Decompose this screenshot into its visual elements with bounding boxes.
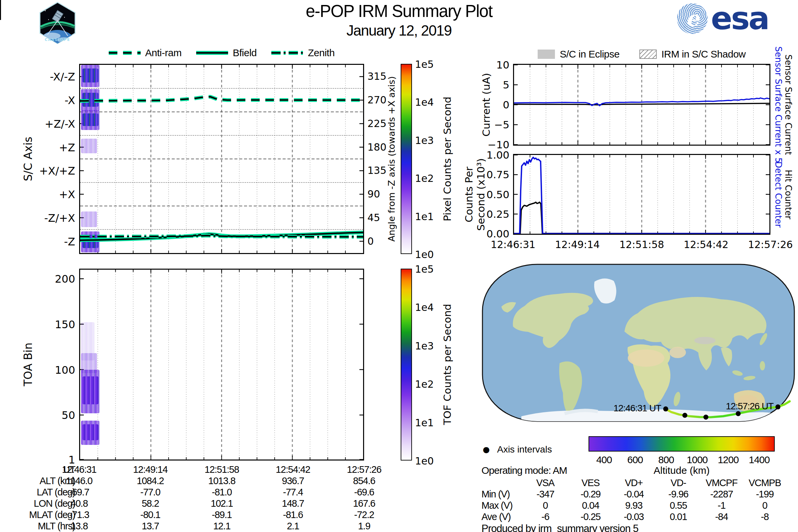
spectrogram-blob <box>81 322 94 360</box>
altitude-colorbar-label: Altitude (km) <box>589 465 775 476</box>
tof-colorbar-tick: 1e2 <box>415 378 434 390</box>
toa-spectrogram <box>80 270 363 459</box>
pixel-colorbar-tick: 1e3 <box>415 135 434 146</box>
ephemeris-value: -81.6 <box>265 509 321 520</box>
ephemeris-value: -80.1 <box>122 509 178 520</box>
voltage-col-header: VD+ <box>612 477 656 489</box>
axis-intervals-legend: ● Axis intervals <box>483 444 552 455</box>
voltage-value: -199 <box>743 489 786 500</box>
altitude-tick-label: 1000 <box>681 454 714 466</box>
esa-globe-icon: e <box>677 3 707 34</box>
legend-item-eclipse: S/C in Eclipse <box>538 49 620 60</box>
ephemeris-value: 1013.8 <box>193 475 250 487</box>
counts-plot <box>513 154 771 235</box>
irm-summary-page: CASSIOPE e-POP IRM Summary Plot January … <box>0 0 798 532</box>
sc-axis-category-label: -Z/+X <box>7 212 75 225</box>
voltage-value: -84 <box>700 511 743 522</box>
track-start-time-label: 12:46:31 UT <box>561 403 661 414</box>
pixel-colorbar-tick: 1e4 <box>415 96 434 108</box>
sc-axis-lines <box>80 65 363 253</box>
pixel-colorbar-tick: 1e5 <box>415 58 434 70</box>
shadow-hatch-swatch-icon <box>640 50 657 59</box>
voltage-col-header: VES <box>569 477 612 489</box>
bfield-line-icon <box>196 50 228 56</box>
altitude-tick-mark <box>0 7 1 10</box>
pixel-colorbar-tick: 1e1 <box>415 211 434 223</box>
ephemeris-value: 58.2 <box>122 498 178 509</box>
voltage-value: -0.03 <box>612 511 656 522</box>
sc-axis-category-label: -Z <box>7 235 75 248</box>
angle-tick-label: 0 <box>367 235 374 247</box>
ephemeris-value: 854.6 <box>336 475 392 487</box>
operating-mode: Operating mode: AM <box>481 465 567 476</box>
esa-wordmark: esa <box>711 3 768 34</box>
ephemeris-value: 1084.2 <box>122 475 178 487</box>
counts-right-label-blue: Detect Counter <box>773 162 783 228</box>
current-ytick-label: 10 <box>472 59 509 71</box>
altitude-tick-mark <box>0 10 1 13</box>
time-axis-label: 12:54:42 <box>674 239 738 250</box>
angle-tick-label: 135 <box>367 165 386 176</box>
ephemeris-value: -71.3 <box>51 509 108 520</box>
altitude-tick-mark <box>0 3 1 7</box>
spectrogram-blob <box>81 421 99 445</box>
voltage-col-header: VD- <box>657 477 700 489</box>
sc-axis-category-label: +Z/-X <box>7 118 75 130</box>
voltage-value: -0.29 <box>569 489 612 500</box>
voltage-value: 0.01 <box>657 511 700 522</box>
ephemeris-value: 12:49:14 <box>122 464 178 475</box>
toa-ytick-label: 50 <box>33 409 75 422</box>
ephemeris-value: 936.7 <box>265 475 321 487</box>
time-axis-label: 12:51:58 <box>610 239 673 250</box>
voltage-col-header: VMCPF <box>700 477 743 489</box>
ephemeris-value: 167.6 <box>336 498 392 509</box>
page-title: e-POP IRM Summary Plot <box>233 1 565 21</box>
ephemeris-value: -89.1 <box>193 509 250 520</box>
ephemeris-value: 12.1 <box>193 521 250 532</box>
pixel-colorbar <box>401 64 412 254</box>
counts-lines <box>514 155 770 234</box>
voltage-value: -0.25 <box>569 511 612 522</box>
ephemeris-value: 12:46:31 <box>51 464 108 475</box>
angle-axis-label: Angle from -Z axis (towards +X axis) <box>386 76 397 241</box>
altitude-tick-label: 1400 <box>742 454 776 466</box>
header: e-POP IRM Summary Plot January 12, 2019 <box>233 1 565 39</box>
tof-colorbar-tick: 1e0 <box>415 455 434 467</box>
ephemeris-value: -77.4 <box>265 487 321 498</box>
ephemeris-value: 1146.0 <box>51 475 108 487</box>
current-ytick-label: 5 <box>472 79 509 91</box>
ephemeris-value: 40.8 <box>51 498 108 509</box>
voltage-value: -8 <box>743 511 786 522</box>
angle-tick-label: 270 <box>367 94 386 106</box>
time-axis-label: 12:46:31 <box>481 239 545 250</box>
angle-tick-label: 45 <box>367 212 380 224</box>
toa-ytick-label: 150 <box>33 318 75 331</box>
page-date: January 12, 2019 <box>233 22 565 39</box>
ephemeris-value: -81.0 <box>193 487 250 498</box>
cassiope-mission-patch-icon: CASSIOPE <box>39 1 76 44</box>
voltage-col-header: VCMPB <box>743 477 786 489</box>
sc-axis-category-label: +Z <box>7 141 75 154</box>
ephemeris-value: 12:51:58 <box>193 464 250 475</box>
sc-axis-category-label: +X/+Z <box>7 165 75 177</box>
sc-axis-category-label: -X/-Z <box>7 71 75 83</box>
sc-axis-category-label: -X <box>7 94 75 107</box>
legend-item-irm-shadow: IRM in S/C Shadow <box>640 49 745 60</box>
time-axis-label: 12:57:26 <box>739 239 798 250</box>
toa-ytick-label: 100 <box>33 364 75 376</box>
voltage-value: 0 <box>743 500 786 511</box>
altitude-tick-label: 800 <box>649 454 683 466</box>
angle-tick-label: 225 <box>367 118 386 129</box>
altitude-tick-label: 1200 <box>711 454 745 466</box>
esa-logo: e esa <box>677 3 768 34</box>
counts-ytick-label: 0.50 <box>472 189 509 201</box>
current-plot <box>513 64 771 146</box>
ephemeris-value: 13.7 <box>122 521 178 532</box>
ephemeris-value: 1.9 <box>336 521 392 532</box>
altitude-colorbar <box>589 436 775 452</box>
world-map <box>481 263 795 422</box>
footer-produced-by: Produced by irm_summary version 5 <box>481 523 639 532</box>
angle-tick-label: 90 <box>367 188 380 200</box>
pixel-colorbar-tick: 1e0 <box>415 249 434 260</box>
voltage-value: -6 <box>524 511 567 522</box>
